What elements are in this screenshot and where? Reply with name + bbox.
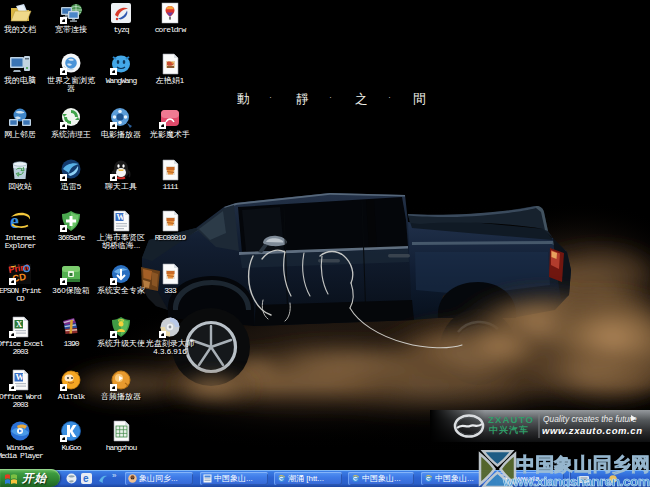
svg-text:X: X [16,319,23,329]
svg-text:ZXAUTO: ZXAUTO [488,414,534,425]
svg-text:·: · [269,92,272,102]
svg-text:動: 動 [237,92,250,106]
svg-text:www.zxauto.com.cn: www.zxauto.com.cn [542,425,643,436]
svg-text:之: 之 [355,92,368,106]
svg-text:中国象山同乡网: 中国象山同乡网 [516,454,650,475]
svg-text:·: · [329,92,332,102]
svg-text:www.xiangshanren.com: www.xiangshanren.com [502,474,650,487]
svg-text:靜: 靜 [296,92,309,106]
svg-text:e: e [83,473,89,484]
svg-text:間: 間 [413,92,426,106]
svg-text:W: W [117,213,125,222]
svg-text:中兴汽车: 中兴汽车 [489,424,529,435]
svg-text:W: W [16,372,25,382]
svg-text:Quality creates the future: Quality creates the future [543,414,637,424]
svg-text:·: · [388,92,391,102]
